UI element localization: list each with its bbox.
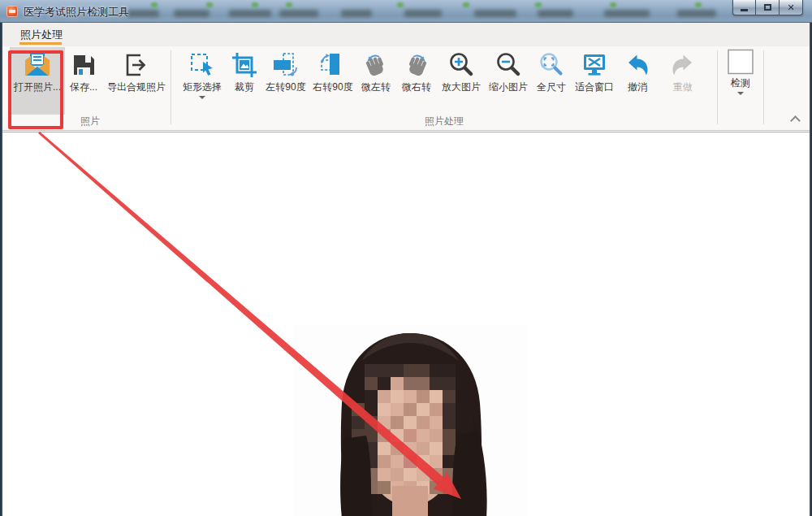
zoom-in-button[interactable]: 放大图片 [438, 47, 485, 115]
glass-blur-dot [286, 2, 292, 7]
portrait-photo [293, 325, 527, 516]
maximize-icon [764, 4, 771, 11]
redo-button[interactable]: 重做 [662, 47, 704, 115]
nudge-right-label: 微右转 [402, 81, 431, 93]
redo-icon [669, 51, 697, 79]
glass-blur-dot [206, 2, 213, 7]
ribbon-tab-row: 照片处理 [2, 23, 810, 46]
fit-window-icon [581, 51, 608, 79]
glass-blur-dot [397, 2, 404, 7]
glass-blur-dot [252, 2, 258, 7]
glass-blur-blob [677, 10, 716, 17]
crop-label: 裁剪 [235, 81, 254, 93]
nudge-left-button[interactable]: 微左转 [356, 47, 395, 115]
glass-blur-dot [535, 2, 542, 7]
fit-window-button[interactable]: 适合窗口 [571, 47, 618, 115]
title-bar: 医学考试照片检测工具 ✕ [0, 0, 812, 23]
undo-label: 撤消 [628, 81, 647, 93]
ribbon-group-photo-processing: 矩形选择 裁剪 [171, 46, 717, 130]
rotate-left-90-button[interactable]: 左转90度 [262, 47, 309, 115]
glass-blur-blob [604, 10, 650, 17]
window-title: 医学考试照片检测工具 [24, 5, 129, 20]
rotate-left-90-icon [272, 51, 300, 79]
rect-select-icon [188, 51, 216, 79]
glass-blur-blob [279, 10, 318, 17]
minimize-icon [741, 9, 748, 11]
fit-window-label: 适合窗口 [575, 81, 614, 93]
tab-photo-processing[interactable]: 照片处理 [18, 28, 65, 42]
red-highlight-rectangle [8, 50, 63, 129]
nudge-rotate-left-icon [362, 51, 390, 79]
full-size-label: 全尺寸 [537, 81, 566, 93]
nudge-left-label: 微左转 [361, 81, 391, 93]
zoom-out-icon [495, 51, 522, 79]
detect-button[interactable]: 检测 [718, 46, 763, 130]
save-button[interactable]: 保存... [65, 47, 102, 115]
rotate-right-90-button[interactable]: 右转90度 [309, 47, 356, 115]
detect-icon [726, 49, 755, 75]
nudge-right-button[interactable]: 微右转 [395, 47, 438, 115]
detect-label: 检测 [731, 77, 750, 89]
close-icon: ✕ [787, 3, 794, 12]
rotate-right-90-label: 右转90度 [313, 81, 352, 93]
undo-button[interactable]: 撤消 [618, 47, 657, 115]
photo-canvas[interactable] [2, 132, 810, 516]
rect-select-button[interactable]: 矩形选择 [178, 47, 227, 115]
undo-icon [624, 51, 651, 79]
save-label: 保存... [70, 81, 97, 93]
rect-select-label: 矩形选择 [183, 81, 222, 93]
glass-blur-dot [695, 2, 702, 7]
chevron-down-icon[interactable] [737, 92, 744, 98]
glass-blur-blob [174, 10, 209, 17]
zoom-out-button[interactable]: 缩小图片 [485, 47, 532, 115]
crop-button[interactable]: 裁剪 [227, 47, 262, 115]
glass-blur-blob [474, 10, 516, 17]
close-button[interactable]: ✕ [780, 0, 803, 15]
chevron-down-icon[interactable] [199, 96, 205, 102]
glass-blur-blob [229, 10, 271, 17]
collapse-ribbon-chevron-up-icon[interactable] [792, 115, 799, 122]
glass-blur-dot [463, 2, 469, 7]
window-frame-left [0, 23, 2, 516]
export-compliant-photo-button[interactable]: 导出合规照片 [102, 47, 171, 115]
export-icon [123, 51, 150, 79]
app-icon [6, 6, 18, 17]
group-separator [763, 50, 764, 124]
zoom-in-icon [447, 51, 475, 79]
zoom-out-label: 缩小图片 [489, 81, 528, 93]
glass-blur-blob [341, 10, 372, 17]
glass-blur-blob [404, 10, 442, 17]
full-size-button[interactable]: 全尺寸 [532, 47, 571, 115]
active-tab-underline [19, 42, 62, 45]
glass-blur-dot [610, 2, 616, 7]
nudge-rotate-right-icon [403, 51, 430, 79]
save-icon [70, 51, 97, 79]
minimize-button[interactable] [732, 0, 756, 15]
redo-label: 重做 [673, 81, 693, 93]
maximize-button[interactable] [756, 0, 780, 15]
glass-blur-blob [127, 10, 159, 17]
crop-icon [231, 51, 258, 79]
rotate-right-90-icon [319, 51, 347, 79]
window-controls: ✕ [732, 0, 803, 15]
glass-blur-dot [151, 2, 158, 7]
export-label: 导出合规照片 [107, 81, 166, 93]
group-label-photo-processing: 照片处理 [171, 115, 717, 130]
full-size-icon [538, 51, 565, 79]
app-window: 医学考试照片检测工具 ✕ 照片处理 [0, 0, 812, 516]
glass-blur-blob [538, 10, 573, 17]
rotate-left-90-label: 左转90度 [266, 81, 305, 93]
zoom-in-label: 放大图片 [442, 81, 481, 93]
ribbon: 打开照片... 保存... [2, 46, 810, 131]
